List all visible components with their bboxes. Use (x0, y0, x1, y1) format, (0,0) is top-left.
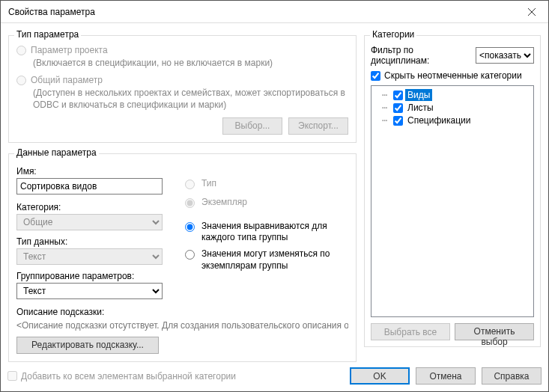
select-all-button: Выбрать все (371, 323, 450, 340)
datatype-select: Текст (16, 248, 163, 265)
tree-item-checkbox[interactable] (393, 116, 403, 126)
window-title: Свойства параметра (8, 7, 95, 17)
param-type-group: Тип параметра Параметр проекта (Включает… (8, 35, 357, 143)
vary-radio-label: Значения могут изменяться по экземплярам… (201, 248, 348, 272)
edit-tooltip-button[interactable]: Редактировать подсказку... (16, 337, 159, 354)
category-select: Общие (16, 214, 163, 230)
instance-radio-label: Экземпляр (201, 197, 247, 209)
deselect-all-button[interactable]: Отменить выбор (455, 323, 534, 340)
datatype-label: Тип данных: (16, 236, 166, 247)
param-type-legend: Тип параметра (14, 29, 81, 40)
close-button[interactable] (515, 1, 548, 23)
help-button[interactable]: Справка (482, 367, 542, 385)
discipline-filter-label: Фильтр по дисциплинам: (371, 45, 471, 66)
shared-param-label: Общий параметр (31, 75, 103, 85)
vary-radio[interactable] (185, 250, 195, 260)
grouping-label: Группирование параметров: (16, 271, 166, 281)
tree-item-label: Спецификации (405, 114, 473, 126)
tree-item-checkbox[interactable] (393, 103, 403, 113)
add-to-all-label: Добавить ко всем элементам выбранной кат… (21, 371, 236, 382)
tree-item-label: Листы (405, 102, 436, 114)
hide-unchecked-checkbox[interactable] (371, 71, 380, 81)
name-input[interactable] (16, 178, 163, 195)
grouping-select[interactable]: Текст (16, 283, 163, 299)
tree-branch-icon: ⋯ (377, 89, 391, 101)
project-param-hint: (Включается в спецификации, но не включа… (33, 57, 348, 69)
param-data-legend: Данные параметра (14, 147, 99, 158)
categories-tree[interactable]: ⋯ Виды ⋯ Листы ⋯ Спецификации (371, 85, 534, 317)
type-radio-label: Тип (201, 178, 216, 190)
categories-group: Категории Фильтр по дисциплинам: <показа… (364, 35, 541, 347)
choose-button: Выбор... (222, 117, 282, 135)
ok-button[interactable]: OK (350, 367, 410, 385)
tree-item[interactable]: ⋯ Листы (373, 102, 532, 114)
tree-branch-icon: ⋯ (377, 114, 391, 126)
shared-param-radio (16, 76, 26, 85)
tooltip-label: Описание подсказки: (16, 307, 348, 317)
export-button: Экспорт... (288, 117, 348, 135)
align-radio[interactable] (185, 222, 195, 232)
tree-branch-icon: ⋯ (377, 102, 391, 114)
type-radio (185, 180, 195, 189)
align-radio-label: Значения выравниваются для каждого типа … (201, 221, 348, 244)
cancel-button[interactable]: Отмена (416, 367, 476, 385)
hide-unchecked-label: Скрыть неотмеченные категории (384, 70, 522, 81)
shared-param-hint: (Доступен в нескольких проектах и семейс… (33, 87, 348, 111)
instance-radio (185, 198, 195, 208)
categories-legend: Категории (370, 29, 416, 40)
add-to-all-checkbox (7, 371, 17, 381)
tree-item-label: Виды (405, 89, 432, 101)
discipline-filter-select[interactable]: <показать (476, 47, 534, 64)
tree-item[interactable]: ⋯ Виды (373, 89, 532, 102)
tree-item[interactable]: ⋯ Спецификации (373, 114, 532, 127)
close-icon (528, 8, 536, 16)
param-data-group: Данные параметра Имя: Категория: Общие Т… (8, 153, 357, 362)
category-label: Категория: (16, 202, 166, 212)
tooltip-text: <Описание подсказки отсутствует. Для соз… (16, 320, 348, 331)
name-label: Имя: (16, 166, 166, 177)
tree-item-checkbox[interactable] (393, 91, 403, 100)
project-param-label: Параметр проекта (31, 45, 108, 55)
project-param-radio (16, 46, 26, 55)
